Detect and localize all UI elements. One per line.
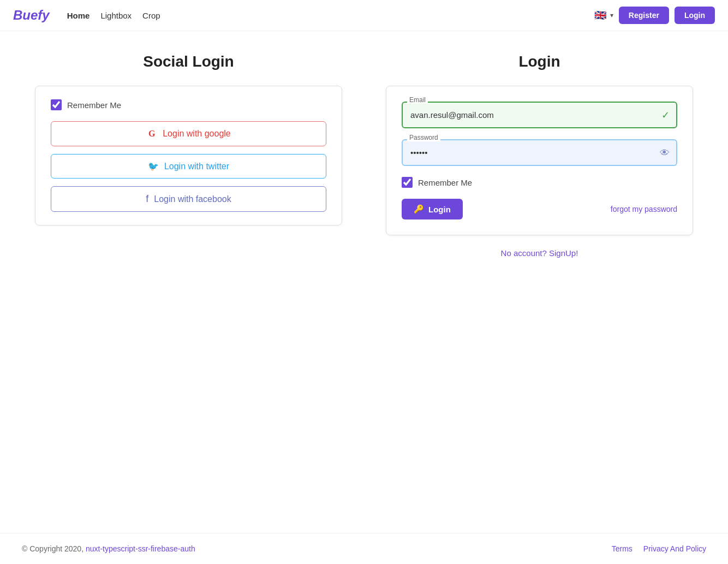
social-login-title: Social Login — [35, 53, 342, 70]
checkmark-icon: ✓ — [661, 109, 670, 121]
password-label: Password — [407, 134, 440, 141]
password-input[interactable] — [402, 139, 677, 166]
footer-right: Terms Privacy And Policy — [612, 544, 706, 553]
login-remember-checkbox[interactable] — [402, 177, 413, 188]
forgot-password-link[interactable]: forgot my password — [611, 205, 677, 213]
twitter-login-button[interactable]: 🐦 Login with twitter — [51, 154, 326, 179]
register-button[interactable]: Register — [619, 7, 669, 24]
nav-home[interactable]: Home — [67, 11, 90, 20]
email-input[interactable] — [402, 102, 677, 128]
social-remember-row: Remember Me — [51, 99, 326, 110]
facebook-icon: f — [146, 193, 148, 205]
signup-link[interactable]: No account? SignUp! — [501, 248, 578, 258]
login-remember-label: Remember Me — [418, 178, 472, 187]
signup-text: No account? SignUp! — [386, 248, 693, 258]
flag-icon: 🇬🇧 — [593, 10, 608, 21]
login-panel: Login Email ✓ Password 👁 Remember Me — [364, 53, 715, 511]
login-icon: 🔑 — [414, 204, 424, 214]
google-icon: G — [146, 128, 157, 139]
facebook-login-button[interactable]: f Login with facebook — [51, 186, 326, 212]
footer: © Copyright 2020, nuxt-typescript-ssr-fi… — [0, 533, 728, 564]
brand-logo[interactable]: Buefy — [13, 8, 50, 23]
main-content: Social Login Remember Me G Login with go… — [0, 31, 728, 533]
copyright-text: © Copyright 2020, — [22, 544, 83, 553]
email-label: Email — [407, 96, 428, 104]
login-actions: 🔑 Login forgot my password — [402, 199, 677, 219]
social-login-panel: Social Login Remember Me G Login with go… — [13, 53, 364, 511]
terms-link[interactable]: Terms — [612, 544, 632, 553]
footer-left: © Copyright 2020, nuxt-typescript-ssr-fi… — [22, 544, 195, 553]
nav-lightbox[interactable]: Lightbox — [100, 11, 132, 20]
login-card: Email ✓ Password 👁 Remember Me 🔑 Login — [386, 86, 693, 235]
google-login-button[interactable]: G Login with google — [51, 121, 326, 146]
nav-crop[interactable]: Crop — [142, 11, 160, 20]
social-login-card: Remember Me G Login with google 🐦 Login … — [35, 86, 342, 225]
eye-icon[interactable]: 👁 — [660, 147, 670, 158]
twitter-icon: 🐦 — [148, 161, 159, 171]
email-field-group: Email ✓ — [402, 102, 677, 128]
social-remember-label: Remember Me — [67, 100, 121, 110]
chevron-down-icon: ▾ — [610, 11, 613, 19]
navbar: Buefy Home Lightbox Crop 🇬🇧 ▾ Register L… — [0, 0, 728, 31]
login-button[interactable]: 🔑 Login — [402, 199, 463, 219]
login-title: Login — [386, 53, 693, 70]
social-remember-checkbox[interactable] — [51, 99, 62, 110]
login-nav-button[interactable]: Login — [675, 7, 715, 24]
project-link[interactable]: nuxt-typescript-ssr-firebase-auth — [86, 544, 195, 553]
login-remember-row: Remember Me — [402, 177, 677, 188]
language-selector[interactable]: 🇬🇧 ▾ — [593, 10, 613, 21]
privacy-link[interactable]: Privacy And Policy — [643, 544, 706, 553]
nav-links: Home Lightbox Crop — [67, 11, 593, 20]
navbar-right: 🇬🇧 ▾ Register Login — [593, 7, 715, 24]
password-field-group: Password 👁 — [402, 139, 677, 166]
